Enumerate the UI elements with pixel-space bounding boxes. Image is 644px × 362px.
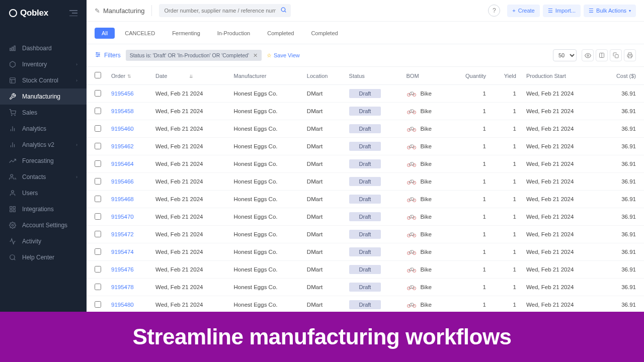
row-checkbox[interactable] [95, 196, 101, 202]
sidebar-item-analytics[interactable]: Analytics [0, 121, 87, 137]
copy-button[interactable] [610, 49, 622, 61]
svg-point-28 [96, 52, 97, 53]
logo-mark-icon [9, 9, 17, 17]
col-bom[interactable]: BOM [401, 67, 450, 85]
columns-toggle[interactable] [596, 49, 608, 61]
col-quantity[interactable]: Quantity [449, 67, 491, 85]
order-link[interactable]: 9195470 [111, 214, 134, 220]
sidebar-item-activity[interactable]: Activity [0, 233, 87, 249]
tab-all[interactable]: All [95, 28, 115, 39]
logo[interactable]: Qoblex [9, 8, 48, 18]
row-checkbox[interactable] [95, 178, 101, 185]
page-size-select[interactable]: 50 [553, 49, 577, 61]
select-all-checkbox[interactable] [95, 72, 101, 78]
order-link[interactable]: 9195466 [111, 178, 134, 185]
row-checkbox[interactable] [95, 213, 101, 220]
print-button[interactable] [624, 49, 636, 61]
col-order[interactable]: Order⇅ [106, 67, 150, 85]
sidebar-item-help-center[interactable]: Help Center [0, 249, 87, 265]
order-link[interactable]: 9195480 [111, 302, 134, 308]
order-link[interactable]: 9195474 [111, 249, 134, 255]
order-link[interactable]: 9195464 [111, 161, 134, 167]
order-link[interactable]: 9195478 [111, 284, 134, 290]
row-checkbox[interactable] [95, 143, 101, 149]
col-location[interactable]: Location [302, 67, 344, 85]
sidebar-item-label: Account Settings [22, 222, 67, 229]
order-link[interactable]: 9195476 [111, 266, 134, 273]
sidebar-item-forecasting[interactable]: Forecasting [0, 153, 87, 169]
create-button[interactable]: +Create [507, 5, 539, 17]
row-checkbox[interactable] [95, 301, 101, 308]
tab-canceled[interactable]: CANCELED [118, 28, 162, 39]
order-link[interactable]: 9195460 [111, 126, 134, 132]
tab-in-production[interactable]: In-Production [210, 28, 257, 39]
search-icon[interactable] [280, 7, 287, 15]
col-manufacturer[interactable]: Manufacturer [229, 67, 302, 85]
row-checkbox[interactable] [95, 90, 101, 97]
cell-date: Wed, Feb 21 2024 [150, 208, 229, 226]
row-checkbox[interactable] [95, 160, 101, 167]
activity-icon [9, 238, 16, 245]
svg-point-15 [12, 191, 14, 193]
row-checkbox[interactable] [95, 231, 101, 237]
filter-chip-status[interactable]: Status is: 'Draft' OR 'In-Production' OR… [126, 50, 262, 61]
table-row[interactable]: 9195480 Wed, Feb 21 2024 Honest Eggs Co.… [87, 296, 644, 314]
sidebar-item-sales[interactable]: Sales [0, 105, 87, 121]
col-date[interactable]: Date⇊ [150, 67, 229, 85]
menu-toggle-icon[interactable] [69, 10, 77, 16]
table-row[interactable]: 9195470 Wed, Feb 21 2024 Honest Eggs Co.… [87, 208, 644, 226]
tab-fermenting[interactable]: Fermenting [165, 28, 207, 39]
table-row[interactable]: 9195468 Wed, Feb 21 2024 Honest Eggs Co.… [87, 191, 644, 208]
help-button[interactable]: ? [488, 5, 500, 17]
order-link[interactable]: 9195458 [111, 108, 134, 114]
close-icon[interactable]: ✕ [253, 52, 258, 58]
status-badge: Draft [349, 283, 381, 292]
table-row[interactable]: 9195476 Wed, Feb 21 2024 Honest Eggs Co.… [87, 261, 644, 279]
row-checkbox[interactable] [95, 125, 101, 132]
cell-location: DMart [302, 85, 344, 103]
order-link[interactable]: 9195472 [111, 231, 134, 237]
table-row[interactable]: 9195464 Wed, Feb 21 2024 Honest Eggs Co.… [87, 155, 644, 173]
col-cost[interactable]: Cost ($) [599, 67, 644, 85]
table-row[interactable]: 9195472 Wed, Feb 21 2024 Honest Eggs Co.… [87, 226, 644, 243]
tab-completed[interactable]: Completed [304, 28, 345, 39]
row-checkbox[interactable] [95, 284, 101, 290]
sidebar-item-contacts[interactable]: Contacts› [0, 169, 87, 185]
row-checkbox[interactable] [95, 108, 101, 114]
row-checkbox[interactable] [95, 248, 101, 255]
table-row[interactable]: 9195460 Wed, Feb 21 2024 Honest Eggs Co.… [87, 120, 644, 138]
bulk-actions-button[interactable]: ☰Bulk Actions▾ [584, 5, 636, 17]
sidebar-item-dashboard[interactable]: Dashboard [0, 40, 87, 56]
edit-icon[interactable]: ✎ [95, 7, 100, 15]
cell-quantity: 1 [449, 261, 491, 279]
cell-date: Wed, Feb 21 2024 [150, 155, 229, 173]
sidebar-item-manufacturing[interactable]: Manufacturing [0, 88, 87, 105]
filters-button[interactable]: Filters [95, 51, 121, 59]
table-row[interactable]: 9195466 Wed, Feb 21 2024 Honest Eggs Co.… [87, 173, 644, 191]
table-row[interactable]: 9195462 Wed, Feb 21 2024 Honest Eggs Co.… [87, 138, 644, 155]
order-link[interactable]: 9195468 [111, 196, 134, 202]
col-production-start[interactable]: Production Start [521, 67, 600, 85]
col-yield[interactable]: Yield [491, 67, 521, 85]
table-row[interactable]: 9195456 Wed, Feb 21 2024 Honest Eggs Co.… [87, 85, 644, 103]
sidebar-item-stock-control[interactable]: Stock Control› [0, 72, 87, 88]
row-checkbox[interactable] [95, 266, 101, 273]
order-link[interactable]: 9195456 [111, 90, 134, 97]
col-status[interactable]: Status [344, 67, 401, 85]
sidebar-item-inventory[interactable]: Inventory› [0, 56, 87, 72]
import-button[interactable]: ☰Import... [543, 5, 581, 17]
sidebar-item-account-settings[interactable]: Account Settings [0, 217, 87, 233]
tab-completed[interactable]: Completed [260, 28, 301, 39]
order-link[interactable]: 9195462 [111, 143, 134, 149]
table-row[interactable]: 9195458 Wed, Feb 21 2024 Honest Eggs Co.… [87, 103, 644, 120]
save-view-button[interactable]: ☆ Save View [267, 52, 300, 59]
sidebar-item-users[interactable]: Users [0, 185, 87, 201]
search-input[interactable] [159, 4, 291, 17]
visibility-toggle[interactable] [582, 49, 594, 61]
cell-production-start: Wed, Feb 21 2024 [521, 120, 600, 138]
table-row[interactable]: 9195474 Wed, Feb 21 2024 Honest Eggs Co.… [87, 243, 644, 261]
sidebar-item-integrations[interactable]: Integrations [0, 201, 87, 217]
bike-icon [407, 266, 417, 273]
table-row[interactable]: 9195478 Wed, Feb 21 2024 Honest Eggs Co.… [87, 279, 644, 296]
sidebar-item-analytics-v2[interactable]: Analytics v2› [0, 137, 87, 153]
